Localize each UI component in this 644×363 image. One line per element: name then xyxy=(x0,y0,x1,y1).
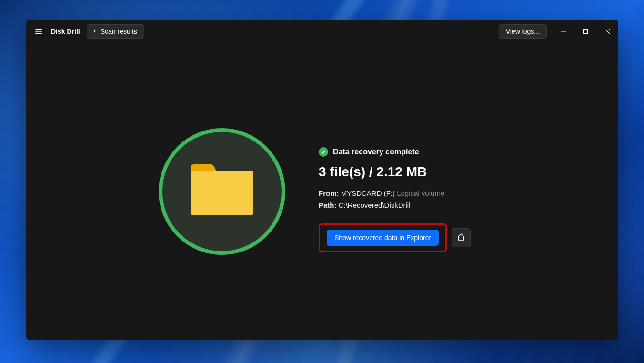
path-row: Path: C:\Recovered\DiskDrill xyxy=(319,201,471,209)
minimize-button[interactable] xyxy=(553,20,574,43)
titlebar-right: View logs... xyxy=(499,20,618,43)
content-area: Data recovery complete 3 file(s) / 2.12 … xyxy=(26,43,618,340)
check-icon xyxy=(319,147,328,157)
from-row: From: MYSDCARD (F:) Logical volume xyxy=(319,189,471,197)
status-text: Data recovery complete xyxy=(333,148,419,156)
view-logs-button[interactable]: View logs... xyxy=(499,24,547,39)
scan-results-label: Scan results xyxy=(101,28,137,35)
close-button[interactable] xyxy=(596,20,618,43)
highlight-annotation: Show recovered data in Explorer xyxy=(319,223,447,252)
action-row: Show recovered data in Explorer xyxy=(319,223,471,252)
from-value: MYSDCARD (F:) xyxy=(341,189,395,197)
maximize-button[interactable] xyxy=(574,20,596,43)
home-button[interactable] xyxy=(452,228,471,247)
app-window: Disk Drill Scan results View logs... xyxy=(26,20,618,340)
status-row: Data recovery complete xyxy=(319,147,471,157)
home-icon xyxy=(457,233,465,243)
app-title: Disk Drill xyxy=(51,28,80,35)
path-label: Path: xyxy=(319,201,337,209)
recovery-summary: 3 file(s) / 2.12 MB xyxy=(319,164,471,180)
chevron-left-icon xyxy=(92,28,98,35)
from-type: Logical volume xyxy=(397,189,444,197)
svg-rect-4 xyxy=(584,30,588,34)
show-in-explorer-button[interactable]: Show recovered data in Explorer xyxy=(327,230,439,246)
success-circle xyxy=(159,128,285,255)
scan-results-back-button[interactable]: Scan results xyxy=(87,24,144,39)
path-value: C:\Recovered\DiskDrill xyxy=(339,201,411,209)
recovery-info: Data recovery complete 3 file(s) / 2.12 … xyxy=(319,128,471,252)
folder-icon xyxy=(191,164,253,219)
titlebar: Disk Drill Scan results View logs... xyxy=(26,20,618,43)
from-label: From: xyxy=(319,189,339,197)
svg-rect-7 xyxy=(191,171,253,215)
menu-icon[interactable] xyxy=(31,24,46,39)
